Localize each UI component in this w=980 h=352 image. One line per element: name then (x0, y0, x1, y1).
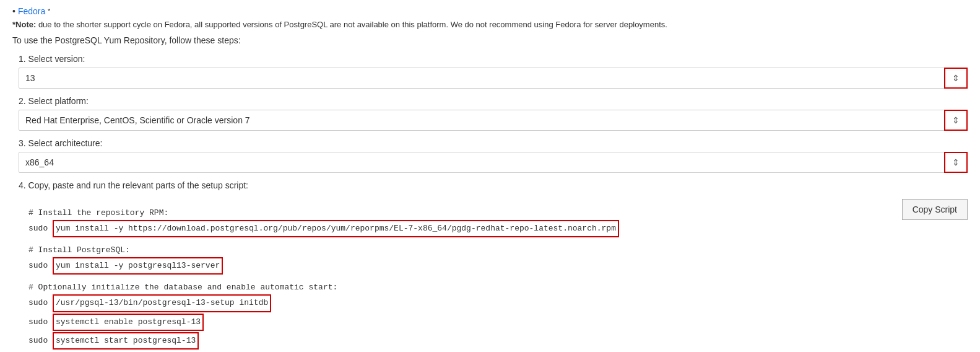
bullet-symbol: • (12, 6, 15, 16)
prefix-3-1: sudo (28, 296, 53, 310)
prefix-2-1: sudo (28, 259, 53, 273)
script-block-2: # Install PostgreSQL: sudo yum install -… (28, 244, 958, 275)
platform-select[interactable]: Red Hat Enterprise, CentOS, Scientific o… (19, 110, 968, 131)
script-line-3-1: sudo /usr/pgsql-13/bin/postgresql-13-set… (28, 294, 958, 312)
script-line-3-2: sudo systemctl enable postgresql-13 (28, 314, 958, 331)
cmd-1-1: yum install -y https://download.postgres… (53, 220, 619, 237)
step-2-number: 2. (19, 96, 26, 106)
cmd-3-1: /usr/pgsql-13/bin/postgresql-13-setup in… (53, 294, 271, 312)
note-text: *Note: due to the shorter support cycle … (12, 20, 968, 29)
arch-select-wrapper[interactable]: x86_64 aarch64 ppc64le s390x (19, 152, 968, 173)
note-body: due to the shorter support cycle on Fedo… (36, 20, 667, 29)
step-1-text: Select version: (28, 54, 85, 64)
steps-container: 1. Select version: 9.6 10 11 12 13 14 2.… (19, 54, 968, 352)
script-block-3: # Optionally initialize the database and… (28, 281, 958, 349)
script-section: Copy Script # Install the repository RPM… (19, 199, 968, 352)
step-3-label: 3. Select architecture: (19, 138, 968, 148)
step-2-text: Select platform: (28, 96, 89, 106)
arch-select[interactable]: x86_64 aarch64 ppc64le s390x (19, 152, 968, 173)
step-4-number: 4. (19, 180, 26, 190)
cmd-3-3: systemctl start postgresql-13 (53, 332, 199, 350)
script-line-1-1: sudo yum install -y https://download.pos… (28, 220, 958, 237)
step-4-label: 4. Copy, paste and run the relevant part… (19, 180, 968, 190)
prefix-3-3: sudo (28, 334, 53, 348)
comment-3: # Optionally initialize the database and… (28, 281, 958, 294)
prefix-3-2: sudo (28, 315, 53, 329)
step-1-label: 1. Select version: (19, 54, 968, 64)
version-select-wrapper[interactable]: 9.6 10 11 12 13 14 (19, 68, 968, 89)
step-1-number: 1. (19, 54, 26, 64)
step-2-label: 2. Select platform: (19, 96, 968, 106)
fedora-link[interactable]: Fedora (18, 6, 45, 16)
footnote-marker: * (48, 8, 50, 15)
step-3-text: Select architecture: (28, 138, 103, 148)
comment-1: # Install the repository RPM: (28, 206, 958, 220)
script-line-2-1: sudo yum install -y postgresql13-server (28, 257, 958, 275)
note-label: *Note: (12, 20, 36, 29)
script-box: # Install the repository RPM: sudo yum i… (19, 199, 968, 352)
script-block-1: # Install the repository RPM: sudo yum i… (28, 206, 958, 237)
step-3-number: 3. (19, 138, 26, 148)
fedora-bullet: • Fedora* (12, 6, 968, 16)
step-4-text: Copy, paste and run the relevant parts o… (28, 180, 248, 190)
prefix-1-1: sudo (28, 222, 53, 235)
copy-script-button[interactable]: Copy Script (902, 199, 968, 220)
version-select[interactable]: 9.6 10 11 12 13 14 (19, 68, 968, 89)
script-line-3-3: sudo systemctl start postgresql-13 (28, 332, 958, 350)
cmd-3-2: systemctl enable postgresql-13 (53, 314, 204, 331)
comment-2: # Install PostgreSQL: (28, 244, 958, 257)
platform-select-wrapper[interactable]: Red Hat Enterprise, CentOS, Scientific o… (19, 110, 968, 131)
intro-text: To use the PostgreSQL Yum Repository, fo… (12, 35, 968, 45)
cmd-2-1: yum install -y postgresql13-server (53, 257, 223, 275)
